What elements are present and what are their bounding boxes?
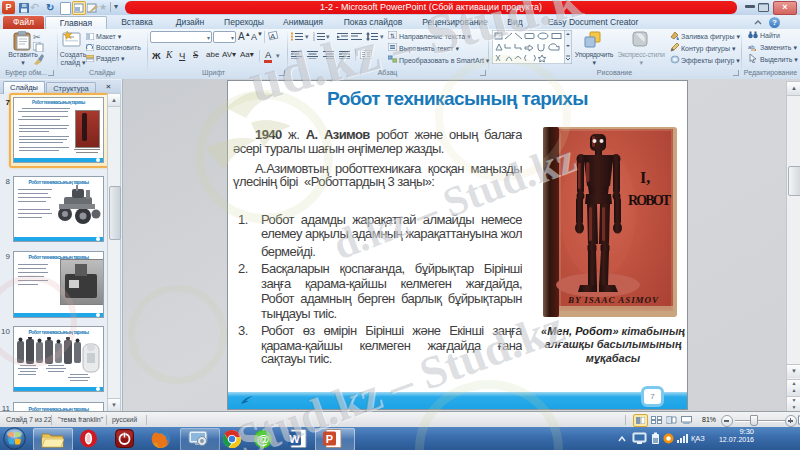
svg-text:A: A	[270, 32, 276, 41]
svg-text:@: @	[257, 432, 270, 447]
svg-text:BY ISAAC ASIMOV: BY ISAAC ASIMOV	[567, 295, 659, 305]
svg-text:⇅: ⇅	[390, 33, 395, 39]
svg-text:W: W	[289, 433, 300, 445]
svg-text:3: 3	[313, 38, 315, 41]
svg-text:P: P	[326, 433, 333, 445]
svg-text:I,: I,	[640, 169, 650, 186]
svg-text:ROBOT: ROBOT	[628, 193, 672, 208]
